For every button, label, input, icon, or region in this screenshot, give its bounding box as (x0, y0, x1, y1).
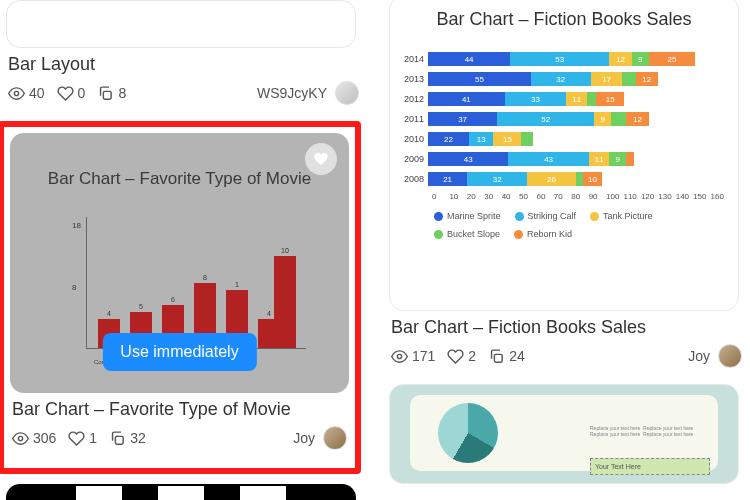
views: 40 (8, 85, 45, 102)
thumbnail[interactable] (6, 484, 356, 500)
likes: 0 (57, 85, 86, 102)
chart-title: Bar Chart – Favorite Type of Movie (10, 169, 349, 189)
card-title: Bar Layout (6, 48, 361, 79)
author-name[interactable]: WS9JcyKY (257, 85, 327, 101)
card-meta: 306 1 32 Joy (10, 424, 349, 456)
chart-legend: Marine SpriteStriking CalfTank PictureBu… (434, 211, 728, 239)
template-card[interactable]: Bar Layout 40 0 8 (6, 0, 361, 111)
likes: 1 (68, 430, 97, 447)
eye-icon (8, 85, 25, 102)
x-axis-ticks: 0102030405060708090100110120130140150160 (432, 192, 728, 201)
views: 171 (391, 348, 435, 365)
svg-point-4 (397, 354, 401, 358)
thumbnail[interactable]: Add Your Title Here Replace your text he… (389, 384, 739, 484)
svg-rect-5 (495, 354, 503, 362)
selected-template-highlight: Bar Chart – Favorite Type of Movie 18 8 … (0, 121, 361, 474)
svg-point-0 (14, 91, 18, 95)
avatar[interactable] (335, 81, 359, 105)
avatar[interactable] (718, 344, 742, 368)
card-meta: 40 0 8 WS9JcyKY (6, 79, 361, 111)
eye-icon (391, 348, 408, 365)
copy-icon (109, 430, 126, 447)
use-immediately-button[interactable]: Use immediately (102, 333, 256, 371)
placeholder-text: Replace your text here Replace your text… (590, 425, 710, 437)
thumbnail[interactable]: Bar Chart – Favorite Type of Movie 18 8 … (10, 133, 349, 393)
template-card[interactable]: Bar Chart – Favorite Type of Movie 18 8 … (10, 133, 349, 456)
heart-icon (313, 151, 329, 167)
svg-rect-3 (116, 436, 124, 444)
pie-chart-preview (438, 403, 498, 463)
author-name[interactable]: Joy (688, 348, 710, 364)
card-title: Bar Chart – Fiction Books Sales (389, 311, 744, 342)
copies: 32 (109, 430, 146, 447)
avatar[interactable] (323, 426, 347, 450)
copies: 24 (488, 348, 525, 365)
card-title: Bar Chart – Favorite Type of Movie (10, 393, 349, 424)
eye-icon (12, 430, 29, 447)
copies: 8 (97, 85, 126, 102)
text-placeholder: Your Text Here (590, 458, 710, 475)
stacked-bar-chart-preview: 2014445312925201355321712201241331115201… (400, 52, 728, 186)
svg-rect-1 (104, 91, 112, 99)
chart-title: Bar Chart – Fiction Books Sales (400, 9, 728, 30)
thumbnail[interactable]: Bar Chart – Fiction Books Sales 20144453… (389, 0, 739, 311)
card-meta: 171 2 24 Joy (389, 342, 744, 374)
heart-icon (57, 85, 74, 102)
views: 306 (12, 430, 56, 447)
svg-point-2 (18, 436, 22, 440)
copy-icon (488, 348, 505, 365)
heart-icon (447, 348, 464, 365)
template-card[interactable]: Bar Chart – Fiction Books Sales 20144453… (389, 0, 744, 374)
thumbnail[interactable] (6, 0, 356, 48)
copy-icon (97, 85, 114, 102)
likes: 2 (447, 348, 476, 365)
heart-icon (68, 430, 85, 447)
author-name[interactable]: Joy (293, 430, 315, 446)
